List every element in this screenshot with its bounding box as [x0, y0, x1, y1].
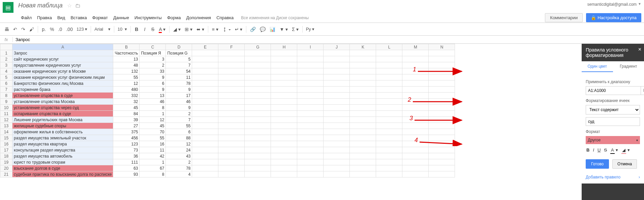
doc-title[interactable]: Новая таблица	[18, 2, 63, 9]
logo-sheets[interactable]	[3, 2, 13, 13]
cell[interactable]	[402, 87, 429, 93]
row-header[interactable]: 5	[0, 74, 12, 80]
row-header[interactable]: 12	[0, 117, 12, 123]
cell[interactable]	[324, 111, 350, 117]
cell[interactable]: 45	[113, 105, 140, 111]
cell[interactable]	[402, 153, 429, 159]
cell[interactable]: 1	[140, 111, 166, 117]
link-icon[interactable]: 🔗	[248, 25, 257, 33]
cell[interactable]: раздел имущества автомобиль	[12, 153, 113, 159]
cell[interactable]	[324, 62, 350, 68]
cell[interactable]: установление отцовства Москва	[12, 99, 113, 105]
cell[interactable]: 5	[166, 56, 192, 62]
cell[interactable]	[402, 99, 429, 105]
cell[interactable]: 42	[140, 153, 166, 159]
cell[interactable]	[245, 159, 271, 165]
cell[interactable]	[429, 93, 455, 99]
cell[interactable]	[350, 68, 376, 74]
cell[interactable]: 2	[166, 111, 192, 117]
cell[interactable]	[192, 105, 218, 111]
cell[interactable]	[350, 105, 376, 111]
cell[interactable]	[245, 105, 271, 111]
format-fill-color-icon[interactable]: ◢ ▾	[621, 147, 631, 153]
cell[interactable]	[402, 171, 429, 177]
cell[interactable]	[218, 123, 245, 129]
cell[interactable]	[218, 99, 245, 105]
cell[interactable]	[271, 74, 297, 80]
cell[interactable]: Частотность	[113, 50, 140, 56]
cell[interactable]	[376, 153, 402, 159]
cell[interactable]	[245, 123, 271, 129]
cell[interactable]	[402, 123, 429, 129]
cell[interactable]	[350, 123, 376, 129]
cell[interactable]	[218, 62, 245, 68]
row-header[interactable]: 19	[0, 159, 12, 165]
col-header-H[interactable]: H	[271, 44, 297, 50]
cell[interactable]: сайт юридических услуг	[12, 56, 113, 62]
cell[interactable]	[192, 62, 218, 68]
cell[interactable]	[376, 111, 402, 117]
cell[interactable]	[218, 153, 245, 159]
cell[interactable]	[218, 159, 245, 165]
cell[interactable]	[192, 135, 218, 141]
cell[interactable]	[297, 171, 324, 177]
percent-format[interactable]: %	[48, 25, 56, 33]
cell[interactable]: 54	[166, 68, 192, 74]
cell[interactable]: 1	[140, 159, 166, 165]
row-header[interactable]: 16	[0, 141, 12, 147]
format-underline-icon[interactable]: U	[597, 147, 601, 153]
range-input[interactable]	[586, 86, 641, 95]
menu-tools[interactable]: Инструменты	[132, 14, 164, 21]
cell[interactable]	[245, 141, 271, 147]
cell[interactable]: 111	[113, 159, 140, 165]
row-header[interactable]: 11	[0, 111, 12, 117]
share-button[interactable]: 🔒Настройка доступа	[586, 13, 641, 22]
cell[interactable]	[297, 141, 324, 147]
row-header[interactable]: 13	[0, 123, 12, 129]
cell[interactable]	[297, 56, 324, 62]
cell[interactable]	[218, 50, 245, 56]
cell[interactable]: оказание юридических услуг в Москве	[12, 68, 113, 74]
cell[interactable]	[297, 50, 324, 56]
cell[interactable]	[297, 129, 324, 135]
cell[interactable]	[192, 93, 218, 99]
cell[interactable]	[402, 50, 429, 56]
add-rule-link[interactable]: Добавить правило›	[586, 175, 640, 179]
cell[interactable]	[245, 165, 271, 171]
cell[interactable]	[350, 93, 376, 99]
cell[interactable]	[218, 171, 245, 177]
menu-insert[interactable]: Вставка	[68, 14, 89, 21]
col-header-C[interactable]: C	[140, 44, 166, 50]
row-header[interactable]: 15	[0, 135, 12, 141]
cell[interactable]	[297, 74, 324, 80]
cell[interactable]	[297, 153, 324, 159]
row-header[interactable]: 18	[0, 153, 12, 159]
cell[interactable]	[218, 147, 245, 153]
cell[interactable]	[429, 159, 455, 165]
cell[interactable]	[350, 87, 376, 93]
cell[interactable]	[350, 62, 376, 68]
cell[interactable]	[271, 93, 297, 99]
cell[interactable]	[271, 129, 297, 135]
cell[interactable]	[245, 135, 271, 141]
cell[interactable]	[192, 153, 218, 159]
cell[interactable]	[376, 87, 402, 93]
cell[interactable]	[324, 171, 350, 177]
cell[interactable]	[218, 105, 245, 111]
cell[interactable]	[245, 129, 271, 135]
format-bold-icon[interactable]: B	[586, 147, 590, 153]
cell[interactable]	[324, 87, 350, 93]
cell[interactable]	[297, 117, 324, 123]
cell[interactable]: 9	[166, 87, 192, 93]
cell[interactable]	[324, 56, 350, 62]
cell[interactable]	[218, 117, 245, 123]
cell[interactable]	[350, 56, 376, 62]
row-header[interactable]: 17	[0, 147, 12, 153]
cell[interactable]	[376, 62, 402, 68]
cell[interactable]: 70	[140, 129, 166, 135]
cell[interactable]	[429, 117, 455, 123]
account-dropdown-icon[interactable]: ▼	[638, 2, 641, 6]
row-header[interactable]: 7	[0, 87, 12, 93]
cell[interactable]	[324, 117, 350, 123]
cell[interactable]	[402, 74, 429, 80]
